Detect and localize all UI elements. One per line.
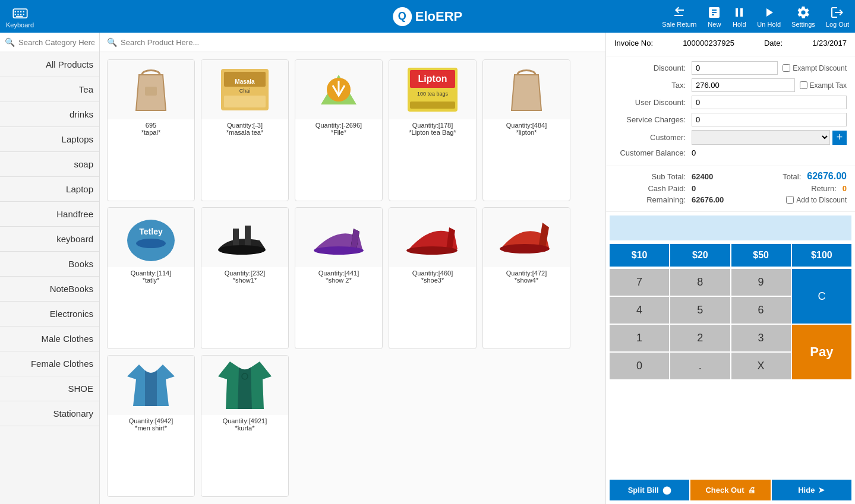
svg-rect-3 — [20, 11, 21, 12]
category-item-stationary[interactable]: Stationary — [0, 401, 99, 426]
product-info-show4: Quantity:[472]*show4* — [483, 267, 570, 286]
product-image-show4 — [482, 208, 570, 267]
category-item-female-clothes[interactable]: Female Clothes — [0, 351, 99, 376]
product-card-kurta[interactable]: Quantity:[4921]*kurta* — [201, 355, 289, 497]
product-card-masala-tea[interactable]: Masala Chai Quantity:[-3]*masala tea* — [201, 59, 289, 201]
num-4-button[interactable]: 4 — [610, 297, 669, 324]
quick-20-button[interactable]: $20 — [670, 244, 730, 267]
category-search-input[interactable] — [18, 38, 94, 47]
keyboard-button[interactable]: Keyboard — [6, 5, 34, 28]
product-image-shoe3 — [389, 208, 477, 267]
hide-button[interactable]: Hide ➤ — [772, 480, 851, 500]
num-9-button[interactable]: 9 — [731, 269, 791, 296]
product-card-lipton[interactable]: Quantity:[484]*lipton* — [482, 59, 570, 201]
category-item-notebooks[interactable]: NoteBooks — [0, 277, 99, 302]
quick-100-button[interactable]: $100 — [792, 244, 851, 267]
add-to-discount-label[interactable]: Add to Discount — [786, 196, 847, 204]
quick-10-button[interactable]: $10 — [610, 244, 669, 267]
svg-text:100 tea bags: 100 tea bags — [417, 91, 449, 97]
product-info-kurta: Quantity:[4921]*kurta* — [201, 415, 288, 434]
num-6-button[interactable]: 6 — [731, 297, 791, 324]
keyboard-label: Keyboard — [6, 21, 34, 28]
product-search-bar[interactable]: 🔍 — [100, 33, 605, 52]
num-2-button[interactable]: 2 — [670, 325, 730, 351]
category-search-bar[interactable]: 🔍 — [0, 33, 99, 52]
backspace-button[interactable]: X — [731, 353, 791, 379]
pos-fields: Discount: Exampt Discount Tax: Exampt Ta… — [606, 56, 855, 166]
hold-button[interactable]: Hold — [732, 5, 746, 28]
category-item-male-clothes[interactable]: Male Clothes — [0, 327, 99, 351]
svg-rect-10 — [145, 87, 157, 96]
product-card-shoe3[interactable]: Quantity:[460]*shoe3* — [389, 207, 477, 349]
category-item-drinks[interactable]: drinks — [0, 102, 99, 127]
num-3-button[interactable]: 3 — [731, 325, 791, 351]
quick-50-button[interactable]: $50 — [731, 244, 791, 267]
header: Keyboard Q EloERP Sale Return New Hold U… — [0, 0, 855, 33]
checkout-button[interactable]: Check Out 🖨 — [690, 480, 770, 500]
num-5-button[interactable]: 5 — [670, 297, 730, 324]
product-card-lipton-tea-bag[interactable]: Lipton 100 tea bags Quantity:[178]*Lipto… — [389, 59, 477, 201]
category-item-keyboard[interactable]: keyboard — [0, 227, 99, 252]
discount-input[interactable] — [692, 61, 778, 75]
product-search-input[interactable] — [121, 38, 598, 47]
category-item-soap[interactable]: soap — [0, 152, 99, 177]
product-qty-tapal: 695 — [146, 122, 156, 129]
svg-rect-1 — [14, 11, 15, 12]
exempt-tax-label[interactable]: Exampt Tax — [800, 81, 847, 90]
numpad-display[interactable] — [610, 215, 851, 240]
split-bill-button[interactable]: Split Bill ⬤ — [610, 480, 689, 500]
product-card-show1[interactable]: Quantity:[232]*show1* — [201, 207, 289, 349]
product-card-men-shirt[interactable]: Quantity:[4942]*men shirt* — [107, 355, 195, 497]
product-image-masala-tea: Masala Chai — [201, 60, 289, 119]
invoice-no-label: Invoice No: — [614, 39, 653, 47]
clear-button[interactable]: C — [792, 269, 851, 324]
product-info-masala-tea: Quantity:[-3]*masala tea* — [201, 119, 288, 138]
service-charges-input[interactable] — [692, 113, 847, 126]
cash-paid-label: Cash Paid: — [614, 184, 692, 193]
product-card-file[interactable]: Quantity:[-2696]*File* — [295, 59, 383, 201]
customer-select[interactable] — [692, 130, 830, 145]
logout-button[interactable]: Log Out — [826, 5, 849, 28]
num-1-button[interactable]: 1 — [610, 325, 669, 351]
checkout-label: Check Out — [705, 486, 744, 495]
product-image-lipton — [482, 60, 570, 119]
product-card-tatly[interactable]: Tetley Quantity:[114]*tatly* — [107, 207, 195, 349]
total-label: Total: — [713, 172, 807, 181]
category-item-all[interactable]: All Products — [0, 52, 99, 77]
category-item-laptops[interactable]: Laptops — [0, 127, 99, 152]
tax-input[interactable] — [692, 78, 795, 92]
pay-button[interactable]: Pay — [792, 325, 851, 379]
category-item-laptop[interactable]: Laptop — [0, 177, 99, 202]
remaining-value: 62676.00 — [692, 195, 724, 204]
num-8-button[interactable]: 8 — [670, 269, 730, 296]
num-0-button[interactable]: 0 — [610, 353, 669, 379]
product-card-show4[interactable]: Quantity:[472]*show4* — [482, 207, 570, 349]
category-item-tea[interactable]: Tea — [0, 77, 99, 102]
svg-point-25 — [136, 239, 166, 248]
product-image-show1 — [201, 208, 289, 267]
num-7-button[interactable]: 7 — [610, 269, 669, 296]
new-button[interactable]: New — [707, 5, 721, 28]
category-item-handfree[interactable]: Handfree — [0, 202, 99, 227]
product-card-show2[interactable]: Quantity:[441]*show 2* — [295, 207, 383, 349]
category-item-electronics[interactable]: Electronics — [0, 302, 99, 327]
unhold-button[interactable]: Un Hold — [757, 5, 781, 28]
settings-button[interactable]: Settings — [791, 5, 815, 28]
category-item-books[interactable]: Books — [0, 252, 99, 277]
add-to-discount-checkbox[interactable] — [786, 196, 794, 204]
category-item-shoe[interactable]: SHOE — [0, 376, 99, 401]
decimal-button[interactable]: . — [670, 353, 730, 379]
product-info-tatly: Quantity:[114]*tatly* — [108, 267, 194, 286]
product-search-icon: 🔍 — [107, 37, 117, 47]
product-card-tapal[interactable]: 695 *tapal* — [107, 59, 195, 201]
user-discount-input[interactable] — [692, 96, 847, 109]
total-value: 62676.00 — [807, 171, 847, 182]
sale-return-button[interactable]: Sale Return — [662, 5, 696, 28]
product-area: 🔍 695 *tapal* — [100, 33, 605, 504]
subtotal-label: Sub Total: — [614, 172, 692, 181]
exempt-discount-label[interactable]: Exampt Discount — [783, 64, 847, 72]
exempt-tax-checkbox[interactable] — [800, 81, 807, 89]
return-value: 0 — [843, 184, 847, 193]
customer-add-button[interactable]: + — [832, 131, 847, 145]
exempt-discount-checkbox[interactable] — [783, 64, 790, 72]
